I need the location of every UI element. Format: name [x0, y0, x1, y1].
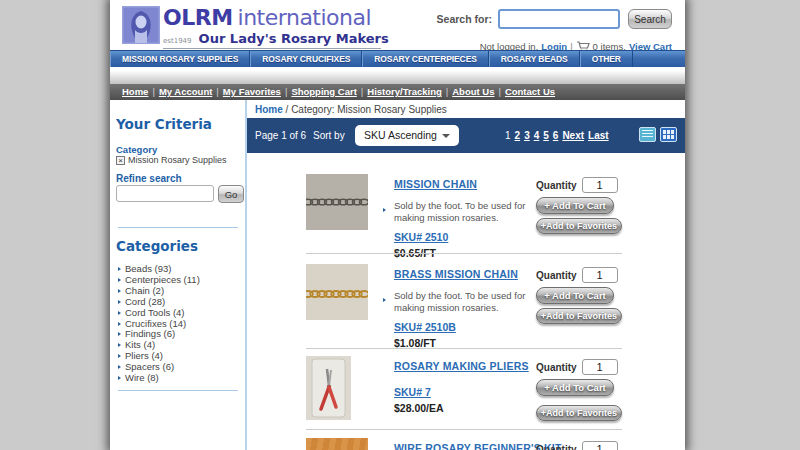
chevron-down-icon	[442, 134, 450, 138]
util-contact-us[interactable]: Contact Us	[505, 86, 555, 97]
product-title-link[interactable]: MISSION CHAIN	[394, 178, 477, 190]
sort-select[interactable]: SKU Ascending	[355, 125, 459, 146]
gradient-band	[110, 67, 685, 84]
remove-filter-icon[interactable]: ×	[116, 156, 125, 165]
add-to-favorites-button[interactable]: +Add to Favorites	[536, 405, 622, 421]
row-separator	[306, 429, 622, 430]
active-filter[interactable]: × Mission Rosary Supplies	[116, 155, 227, 165]
add-to-favorites-button[interactable]: +Add to Favorites	[536, 218, 622, 234]
breadcrumb: Home / Category: Mission Rosary Supplies	[247, 100, 685, 115]
product-image-brass-mission-chain[interactable]	[306, 264, 368, 320]
sidebar: Your Criteria Category × Mission Rosary …	[110, 100, 245, 450]
page-2-link[interactable]: 2	[515, 130, 521, 141]
quantity-input[interactable]	[582, 177, 618, 193]
arrow-icon	[118, 332, 121, 336]
page-3-link[interactable]: 3	[524, 130, 530, 141]
separator: |	[285, 86, 287, 97]
separator: |	[498, 86, 500, 97]
product-description: Sold by the foot. To be used for making …	[394, 290, 544, 314]
arrow-icon	[118, 289, 121, 293]
search-input[interactable]	[498, 9, 620, 29]
go-button[interactable]: Go	[218, 185, 244, 203]
arrow-icon	[118, 267, 121, 271]
separator: |	[216, 86, 218, 97]
separator: |	[446, 86, 448, 97]
nav-mission-rosary-supplies[interactable]: MISSION ROSARY SUPPLIES	[110, 51, 250, 67]
arrow-icon	[118, 354, 121, 358]
nav-other[interactable]: OTHER	[580, 51, 633, 67]
nav-rosary-beads[interactable]: ROSARY BEADS	[489, 51, 580, 67]
breadcrumb-home-link[interactable]: Home	[255, 104, 283, 115]
category-label: Category	[116, 144, 157, 155]
refine-search-label: Refine search	[116, 173, 182, 184]
search-button[interactable]: Search	[628, 9, 672, 29]
arrow-icon	[118, 311, 121, 315]
sort-by-label: Sort by	[313, 130, 345, 141]
nav-rosary-crucifixes[interactable]: ROSARY CRUCIFIXES	[250, 51, 362, 67]
quantity-input[interactable]	[582, 267, 618, 283]
page-next-link[interactable]: Next	[562, 130, 584, 141]
quantity-label: Quantity	[536, 270, 577, 281]
arrow-icon	[118, 343, 121, 347]
bullet-arrow-icon	[383, 298, 386, 302]
utility-nav: Home|My Account|My Favorites|Shopping Ca…	[110, 84, 685, 100]
bullet-arrow-icon	[383, 208, 386, 212]
brand-name: OLRM	[163, 5, 233, 30]
util-my-favorites[interactable]: My Favorites	[223, 86, 281, 97]
categories-title: Categories	[116, 238, 198, 254]
site-page: OLRMinternational est1949 Our Lady's Ros…	[110, 0, 685, 450]
category-wire[interactable]: Wire (8)	[118, 373, 200, 384]
page-current: 1	[505, 130, 511, 141]
results-toolbar: Page 1 of 6 Sort by SKU Ascending 123456…	[247, 118, 685, 153]
add-to-favorites-button[interactable]: +Add to Favorites	[536, 308, 622, 324]
product-sku-link[interactable]: SKU# 2510B	[394, 321, 456, 333]
quantity-label: Quantity	[536, 180, 577, 191]
add-to-cart-button[interactable]: + Add To Cart	[536, 287, 614, 304]
search-label: Search for:	[437, 13, 492, 25]
util-history-tracking[interactable]: History/Tracking	[367, 86, 441, 97]
header-search: Search for: Search	[437, 9, 672, 29]
separator: |	[152, 86, 154, 97]
quantity-label: Quantity	[536, 362, 577, 373]
product-sku-link[interactable]: SKU# 2510	[394, 231, 448, 243]
add-to-cart-button[interactable]: + Add To Cart	[536, 379, 614, 396]
product-image-mission-chain[interactable]	[306, 174, 368, 230]
product-price: $28.00/EA	[394, 402, 558, 414]
page-6-link[interactable]: 6	[553, 130, 559, 141]
product-sku-link[interactable]: SKU# 7	[394, 386, 431, 398]
util-shopping-cart[interactable]: Shopping Cart	[291, 86, 356, 97]
arrow-icon	[118, 376, 121, 380]
arrow-icon	[118, 322, 121, 326]
grid-view-icon[interactable]	[660, 127, 677, 142]
product-image-wire-rosary-beginners-kit[interactable]	[306, 438, 368, 450]
quantity-input[interactable]	[582, 359, 618, 375]
page-4-link[interactable]: 4	[534, 130, 540, 141]
sort-select-value: SKU Ascending	[364, 129, 437, 141]
category-list: Beads (93) Centerpieces (11) Chain (2) C…	[118, 264, 200, 384]
util-my-account[interactable]: My Account	[159, 86, 212, 97]
logo-text: OLRMinternational est1949 Our Lady's Ros…	[163, 6, 381, 49]
page-last-link[interactable]: Last	[588, 130, 609, 141]
product-title-link[interactable]: ROSARY MAKING PLIERS	[394, 360, 529, 372]
tagline: Our Lady's Rosary Makers	[199, 31, 389, 46]
product-image-rosary-making-pliers[interactable]	[306, 356, 351, 420]
add-to-cart-button[interactable]: + Add To Cart	[536, 197, 614, 214]
site-logo[interactable]: OLRMinternational est1949 Our Lady's Ros…	[122, 6, 381, 49]
madonna-logo-icon	[122, 6, 160, 44]
util-about-us[interactable]: About Us	[452, 86, 494, 97]
product-title-link[interactable]: BRASS MISSION CHAIN	[394, 268, 518, 280]
row-separator	[306, 253, 622, 254]
breadcrumb-path: / Category: Mission Rosary Supplies	[286, 104, 447, 115]
list-view-icon[interactable]	[639, 127, 656, 142]
page-5-link[interactable]: 5	[543, 130, 549, 141]
site-header: OLRMinternational est1949 Our Lady's Ros…	[110, 0, 685, 50]
quantity-input[interactable]	[582, 441, 618, 450]
util-home[interactable]: Home	[122, 86, 148, 97]
pagination: 123456NextLast	[503, 130, 611, 141]
established-year: est1949	[163, 37, 192, 45]
criteria-title: Your Criteria	[116, 116, 212, 132]
nav-rosary-centerpieces[interactable]: ROSARY CENTERPIECES	[362, 51, 488, 67]
arrow-icon	[118, 278, 121, 282]
refine-search-input[interactable]	[116, 185, 214, 202]
separator: |	[361, 86, 363, 97]
